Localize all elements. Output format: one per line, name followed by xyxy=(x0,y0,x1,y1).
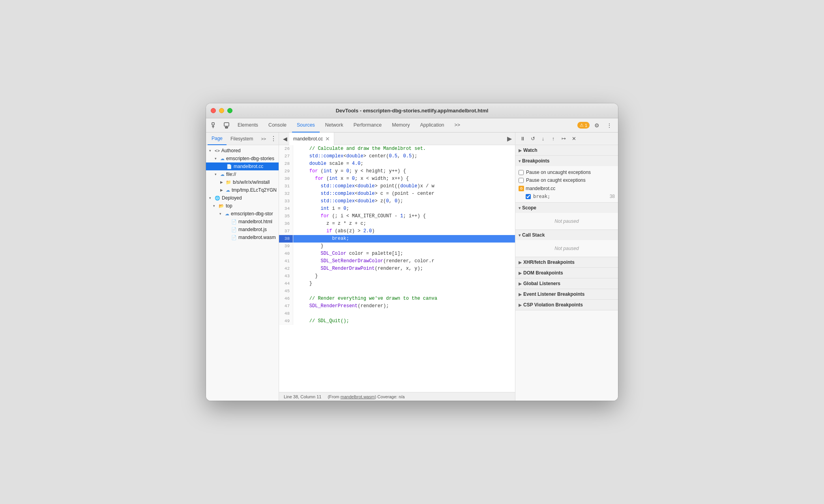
deactivate-breakpoints-icon[interactable]: ✕ xyxy=(569,134,579,144)
code-line-42: 42 SDL_RenderDrawPoint(renderer, x, y); xyxy=(279,265,515,273)
xhr-section: ▶ XHR/fetch Breakpoints xyxy=(515,257,618,268)
call-stack-header[interactable]: ▾ Call Stack xyxy=(515,230,618,240)
tree-emscripten-deployed[interactable]: ▾ ☁ emscripten-dbg-stor xyxy=(206,210,279,218)
code-line-37: 37 if (abs(z) > 2.0) xyxy=(279,228,515,235)
traffic-lights xyxy=(211,108,232,113)
right-panel: ⏸ ↺ ↓ ↑ ↦ ✕ ▶ Watch ▾ Breakpoints xyxy=(515,133,618,401)
call-stack-section: ▾ Call Stack Not paused xyxy=(515,230,618,257)
code-line-40: 40 SDL_Color color = palette[i]; xyxy=(279,250,515,258)
global-section: ▶ Global Listeners xyxy=(515,278,618,289)
editor-area: ◀ mandelbrot.cc ✕ ▶ 26 // Calculate and … xyxy=(279,133,515,401)
event-arrow-icon: ▶ xyxy=(519,292,522,297)
dom-section: ▶ DOM Breakpoints xyxy=(515,268,618,278)
warning-badge[interactable]: ⚠ 1 xyxy=(577,122,590,129)
maximize-button[interactable] xyxy=(227,108,232,113)
device-icon[interactable] xyxy=(221,120,232,131)
tree-mandelbrot-js[interactable]: 📄 mandelbrot.js xyxy=(206,226,279,233)
pause-icon[interactable]: ⏸ xyxy=(518,134,527,144)
code-line-28: 28 double scale = 4.0; xyxy=(279,160,515,168)
breakpoints-header[interactable]: ▾ Breakpoints xyxy=(515,156,618,166)
minimize-button[interactable] xyxy=(219,108,224,113)
tab-more[interactable]: >> xyxy=(450,118,465,133)
sidebar-tab-more[interactable]: >> xyxy=(257,133,270,145)
csp-section: ▶ CSP Violation Breakpoints xyxy=(515,300,618,310)
xhr-arrow-icon: ▶ xyxy=(519,260,522,265)
sidebar-tab-page[interactable]: Page xyxy=(208,133,227,145)
close-button[interactable] xyxy=(211,108,216,113)
tab-sources[interactable]: Sources xyxy=(292,118,320,133)
code-line-35: 35 for (; i < MAX_ITER_COUNT - 1; i++) { xyxy=(279,213,515,220)
tree-folder1[interactable]: ▶ 📁 b/s/w/ir/x/w/install xyxy=(206,178,279,186)
more-options-icon[interactable]: ⋮ xyxy=(604,120,615,131)
watch-arrow-icon: ▶ xyxy=(519,148,522,153)
code-line-30: 30 for (int x = 0; x < width; x++) { xyxy=(279,175,515,183)
tab-application[interactable]: Application xyxy=(415,118,449,133)
tab-elements[interactable]: Elements xyxy=(233,118,263,133)
inspect-icon[interactable] xyxy=(209,120,220,131)
tree-mandelbrot-cc[interactable]: 📄 mandelbrot.cc xyxy=(206,162,279,170)
code-line-31: 31 std::complex<double> point((double)x … xyxy=(279,183,515,190)
scope-arrow-icon: ▾ xyxy=(519,206,521,210)
global-header[interactable]: ▶ Global Listeners xyxy=(515,278,618,289)
editor-tabs: ◀ mandelbrot.cc ✕ ▶ xyxy=(279,133,515,145)
editor-nav-right[interactable]: ▶ xyxy=(504,133,515,144)
xhr-header[interactable]: ▶ XHR/fetch Breakpoints xyxy=(515,257,618,267)
code-line-33: 33 std::complex<double> z(0, 0); xyxy=(279,198,515,205)
pause-uncaught-row: Pause on uncaught exceptions xyxy=(519,168,615,176)
step-out-icon[interactable]: ↑ xyxy=(549,134,558,144)
global-arrow-icon: ▶ xyxy=(519,282,522,286)
call-stack-content: Not paused xyxy=(515,240,618,257)
devtools-tabbar: Elements Console Sources Network Perform… xyxy=(206,118,618,133)
step-over-icon[interactable]: ↺ xyxy=(528,134,537,144)
event-section: ▶ Event Listener Breakpoints xyxy=(515,289,618,300)
settings-icon[interactable]: ⚙ xyxy=(591,120,602,131)
scope-header[interactable]: ▾ Scope xyxy=(515,203,618,213)
scope-section: ▾ Scope Not paused xyxy=(515,203,618,230)
code-line-39: 39 } xyxy=(279,243,515,250)
pause-uncaught-checkbox[interactable] xyxy=(519,170,524,175)
dom-arrow-icon: ▶ xyxy=(519,271,522,275)
pause-caught-row: Pause on caught exceptions xyxy=(519,176,615,184)
file-tree: ▾ <> Authored ▾ ☁ emscripten-dbg-stories… xyxy=(206,145,279,401)
cursor-position: Line 38, Column 11 xyxy=(284,394,321,399)
svg-rect-0 xyxy=(212,123,214,125)
code-editor[interactable]: 26 // Calculate and draw the Mandelbrot … xyxy=(279,145,515,392)
breakpoints-arrow-icon: ▾ xyxy=(519,159,521,163)
step-icon[interactable]: ↦ xyxy=(559,134,568,144)
step-into-icon[interactable]: ↓ xyxy=(538,134,548,144)
tree-mandelbrot-wasm[interactable]: 📄 mandelbrot.wasm xyxy=(206,233,279,241)
scope-not-paused: Not paused xyxy=(519,215,615,227)
tab-performance[interactable]: Performance xyxy=(349,118,387,133)
tree-authored[interactable]: ▾ <> Authored xyxy=(206,147,279,155)
bp-line-checkbox[interactable] xyxy=(526,194,531,199)
editor-tab-mandelbrot-cc[interactable]: mandelbrot.cc ✕ xyxy=(289,133,334,145)
tree-top[interactable]: ▾ 📂 top xyxy=(206,202,279,210)
event-header[interactable]: ▶ Event Listener Breakpoints xyxy=(515,289,618,299)
tree-mandelbrot-html[interactable]: 📄 mandelbrot.html xyxy=(206,218,279,226)
pause-caught-checkbox[interactable] xyxy=(519,178,524,183)
right-toolbar: ⏸ ↺ ↓ ↑ ↦ ✕ xyxy=(515,133,618,145)
sidebar-tab-filesystem[interactable]: Filesystem xyxy=(227,133,257,145)
tree-deployed[interactable]: ▾ 🌐 Deployed xyxy=(206,194,279,202)
tab-network[interactable]: Network xyxy=(320,118,348,133)
csp-header[interactable]: ▶ CSP Violation Breakpoints xyxy=(515,300,618,310)
sidebar-more-icon[interactable]: ⋮ xyxy=(270,134,277,143)
code-line-46: 46 // Render everything we've drawn to t… xyxy=(279,295,515,302)
tab-memory[interactable]: Memory xyxy=(387,118,414,133)
dom-header[interactable]: ▶ DOM Breakpoints xyxy=(515,268,618,278)
tree-folder2[interactable]: ▶ ☁ tmp/tmp.ELcTq2YGN xyxy=(206,186,279,194)
code-line-38: 38 break; xyxy=(279,235,515,243)
code-line-47: 47 SDL_RenderPresent(renderer); xyxy=(279,302,515,310)
code-line-26: 26 // Calculate and draw the Mandelbrot … xyxy=(279,145,515,153)
close-tab-icon[interactable]: ✕ xyxy=(325,136,330,142)
sidebar-toggle-icon[interactable]: ◀ xyxy=(281,134,289,143)
svg-rect-3 xyxy=(224,123,229,126)
code-line-27: 27 std::complex<double> center(0.5, 0.5)… xyxy=(279,153,515,160)
code-line-48: 48 xyxy=(279,310,515,317)
tab-console[interactable]: Console xyxy=(264,118,291,133)
tree-file[interactable]: ▾ ☁ file:// xyxy=(206,170,279,178)
wasm-link[interactable]: mandelbrot.wasm xyxy=(341,394,375,399)
watch-section: ▶ Watch xyxy=(515,145,618,156)
watch-header[interactable]: ▶ Watch xyxy=(515,145,618,155)
tree-emscripten-group[interactable]: ▾ ☁ emscripten-dbg-stories xyxy=(206,155,279,162)
